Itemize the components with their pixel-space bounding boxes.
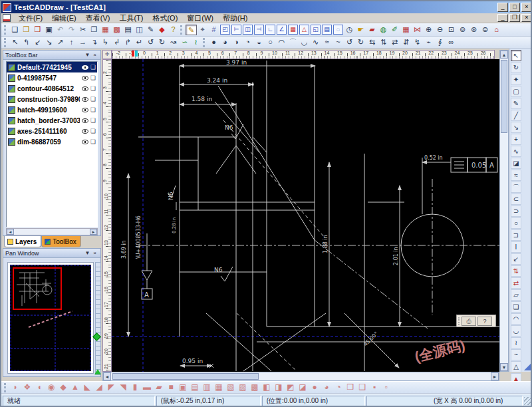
rotate-right-tool[interactable]: ↻ — [355, 37, 366, 48]
help-icon[interactable]: ? — [477, 317, 492, 326]
tab-toolbox[interactable]: ToolBox — [41, 236, 81, 247]
slice-button[interactable]: ◩ — [285, 382, 297, 393]
toolbar-grip[interactable] — [180, 25, 183, 35]
join-button[interactable]: ▮ — [129, 382, 141, 393]
wave2-tool[interactable]: ≀ — [511, 337, 521, 348]
pick-prev-tool[interactable]: → — [77, 37, 88, 48]
rotate-view-tool[interactable]: ↻ — [511, 62, 521, 73]
curve-fit-tool[interactable]: ≀ — [190, 37, 201, 48]
extend-button[interactable]: ◉ — [45, 382, 57, 393]
layer-row[interactable]: contour-40864512❏ — [7, 83, 97, 94]
tab-layers[interactable]: Layers — [4, 236, 41, 247]
intersect-button[interactable]: ▧ — [225, 382, 237, 393]
break-button[interactable]: ◥ — [117, 382, 129, 393]
horizontal-scroll-thumb[interactable] — [112, 373, 259, 380]
scale-button[interactable]: ◢ — [93, 382, 105, 393]
minimize-button[interactable]: _ — [497, 3, 508, 12]
pan-hand-button[interactable]: ☛ — [355, 25, 366, 35]
pick-color-tool[interactable]: ↱ — [122, 37, 134, 48]
list-button[interactable]: ❑ — [356, 382, 368, 393]
curve-s-tool[interactable]: ∿ — [310, 37, 321, 48]
menu-window[interactable]: 窗口(W) — [182, 13, 218, 23]
zoom-window-button[interactable]: ⊡ — [446, 25, 457, 35]
arc-tool[interactable]: ⌒ — [511, 182, 521, 193]
toolbar-grip[interactable] — [4, 25, 7, 35]
curve-edit-tool[interactable]: ↝ — [168, 37, 179, 48]
polyline-tool[interactable]: ∿ — [511, 146, 521, 157]
stretch-button[interactable]: ◤ — [105, 382, 117, 393]
point-tool[interactable]: ✎ — [511, 98, 521, 109]
arc-open-tool[interactable]: ◠ — [276, 37, 287, 48]
line-tool[interactable]: ╱ — [511, 110, 521, 121]
layer-page-icon[interactable]: ❏ — [90, 86, 96, 92]
layer-page-icon[interactable]: ❏ — [90, 107, 96, 113]
circle-half-tool[interactable]: ◑ — [231, 37, 242, 48]
layer-row[interactable]: hatch_border-370039...❏ — [7, 115, 97, 126]
snap-triangle-button[interactable]: △ — [299, 25, 309, 35]
mdi-restore-button[interactable]: ❐ — [509, 14, 520, 22]
layer-page-icon[interactable]: ❏ — [90, 118, 96, 124]
layer-page-icon[interactable]: ❏ — [90, 75, 96, 81]
menu-tools[interactable]: 工具(T) — [114, 13, 148, 23]
edit-sheet-button[interactable]: ✐ — [389, 25, 400, 35]
mirror-h-tool[interactable]: ⇆ — [366, 37, 378, 48]
layer-color-icon[interactable] — [8, 64, 15, 71]
fill-button[interactable]: ▰ — [366, 25, 378, 35]
panel-close-button[interactable]: × — [91, 52, 98, 58]
new-button[interactable]: ❑ — [9, 25, 21, 35]
scroll-right-icon[interactable]: ► — [491, 372, 499, 380]
maximize-button[interactable]: □ — [509, 3, 520, 12]
close-button[interactable]: × — [521, 3, 532, 12]
layer-color-icon[interactable] — [8, 74, 15, 82]
layer-visibility-eye-icon[interactable] — [82, 97, 88, 102]
properties-button[interactable]: ▫ — [380, 382, 392, 393]
pick-last-tool[interactable]: ↴ — [88, 37, 100, 48]
bend-tool[interactable]: ⌁ — [423, 37, 434, 48]
vertical-scroll-thumb[interactable] — [501, 60, 507, 133]
snap-midpoint-button[interactable]: ⊢ — [231, 25, 241, 35]
boundary-button[interactable]: ▣ — [177, 382, 189, 393]
cut-button[interactable]: ✂ — [77, 25, 88, 35]
palette-resize-icon[interactable] — [524, 364, 531, 370]
area-button[interactable]: ❒ — [344, 382, 356, 393]
toolbar-grip[interactable] — [203, 38, 205, 47]
zoom-out-button[interactable]: ⊖ — [434, 25, 446, 35]
pick-undo-tool[interactable]: ↺ — [145, 37, 156, 48]
limits-button[interactable]: ⋈ — [412, 25, 423, 35]
circle-quarter-tool[interactable]: ◔ — [242, 37, 253, 48]
menu-edit[interactable]: 编辑(E) — [47, 13, 81, 23]
mdi-minimize-button[interactable]: _ — [497, 14, 508, 22]
arrow-tool[interactable]: ↘ — [511, 122, 521, 133]
layer-visibility-eye-icon[interactable] — [82, 108, 88, 112]
pick-window-tool[interactable]: ↘ — [43, 37, 55, 48]
scroll-down-icon[interactable]: ▼ — [500, 363, 508, 371]
measure-button[interactable]: ◔ — [332, 382, 344, 393]
undo-button[interactable]: ↶ — [55, 25, 66, 35]
toolbar-grip[interactable] — [4, 38, 7, 47]
rotate-left-tool[interactable]: ↺ — [344, 37, 355, 48]
region-button[interactable]: ▤ — [189, 382, 201, 393]
layer-visibility-eye-icon[interactable] — [82, 65, 88, 70]
parallelogram-tool[interactable]: ▱ — [511, 289, 521, 301]
layer-row[interactable]: 0-419987547❏ — [7, 72, 97, 83]
revolve-button[interactable]: ▩ — [249, 382, 261, 393]
chamfer-button[interactable]: ❖ — [21, 382, 33, 393]
layer-page-icon[interactable]: ❏ — [90, 128, 96, 134]
section-button[interactable]: ◪ — [297, 382, 309, 393]
snap-region-button[interactable]: ▦ — [288, 25, 298, 35]
pick-tool[interactable]: ↖ — [9, 37, 21, 48]
layer-color-icon[interactable] — [8, 85, 15, 92]
help-button[interactable]: ? — [168, 25, 179, 35]
pick-group-tool[interactable]: ↲ — [111, 37, 122, 48]
pan-zoom-arrow-icon[interactable] — [94, 369, 101, 374]
pan-view-rect[interactable] — [13, 268, 61, 309]
menu-help[interactable]: 帮助(H) — [218, 13, 252, 23]
eraser-button[interactable]: ◆ — [156, 25, 168, 35]
id-point-button[interactable]: ▪ — [368, 382, 380, 393]
scroll-up-icon[interactable]: ▲ — [500, 51, 508, 59]
array-button[interactable]: ▰ — [153, 382, 165, 393]
pick-button[interactable]: ⌖ — [197, 25, 208, 35]
trim-button[interactable]: ◖ — [33, 382, 45, 393]
canvas-horizontal-scrollbar[interactable]: ◄ ► — [102, 372, 499, 381]
pick-add-tool[interactable]: ↰ — [21, 37, 32, 48]
